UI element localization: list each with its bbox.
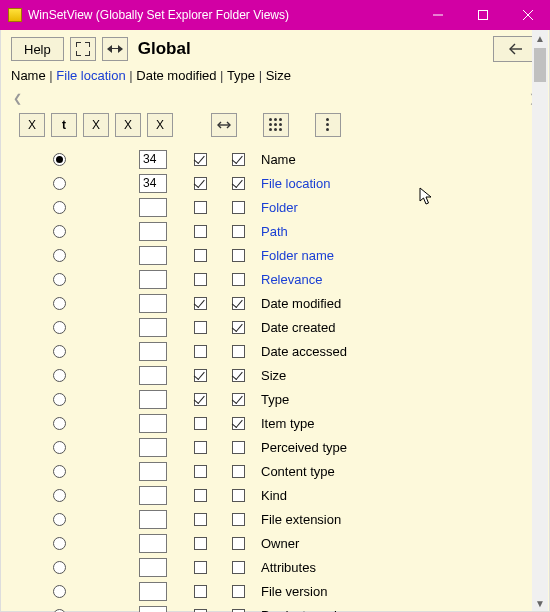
row-radio[interactable] bbox=[53, 249, 66, 262]
checkbox-col2[interactable] bbox=[232, 297, 245, 310]
row-radio[interactable] bbox=[53, 273, 66, 286]
checkbox-col1[interactable] bbox=[194, 369, 207, 382]
width-input[interactable] bbox=[139, 510, 167, 529]
row-radio[interactable] bbox=[53, 417, 66, 430]
row-radio[interactable] bbox=[53, 489, 66, 502]
breadcrumb-item[interactable]: File location bbox=[56, 68, 125, 83]
checkbox-col1[interactable] bbox=[194, 489, 207, 502]
maximize-button[interactable] bbox=[460, 0, 505, 30]
width-input[interactable] bbox=[139, 246, 167, 265]
width-input[interactable] bbox=[139, 438, 167, 457]
width-input[interactable] bbox=[139, 534, 167, 553]
checkbox-col2[interactable] bbox=[232, 585, 245, 598]
grid-button[interactable] bbox=[263, 113, 289, 137]
checkbox-col2[interactable] bbox=[232, 153, 245, 166]
titlebar[interactable]: WinSetView (Globally Set Explorer Folder… bbox=[0, 0, 550, 30]
checkbox-col1[interactable] bbox=[194, 585, 207, 598]
width-input[interactable] bbox=[139, 414, 167, 433]
checkbox-col2[interactable] bbox=[232, 489, 245, 502]
row-radio[interactable] bbox=[53, 561, 66, 574]
checkbox-col2[interactable] bbox=[232, 345, 245, 358]
checkbox-col1[interactable] bbox=[194, 609, 207, 613]
row-label[interactable]: Path bbox=[257, 224, 288, 239]
checkbox-col1[interactable] bbox=[194, 249, 207, 262]
row-radio[interactable] bbox=[53, 585, 66, 598]
width-input[interactable] bbox=[139, 390, 167, 409]
row-label[interactable]: Folder name bbox=[257, 248, 334, 263]
width-input[interactable] bbox=[139, 582, 167, 601]
scroll-up-icon[interactable]: ▲ bbox=[532, 30, 548, 46]
row-label[interactable]: Relevance bbox=[257, 272, 322, 287]
column-x-button[interactable]: X bbox=[115, 113, 141, 137]
checkbox-col2[interactable] bbox=[232, 321, 245, 334]
checkbox-col1[interactable] bbox=[194, 273, 207, 286]
checkbox-col1[interactable] bbox=[194, 513, 207, 526]
width-input[interactable] bbox=[139, 366, 167, 385]
column-x-button[interactable]: X bbox=[83, 113, 109, 137]
width-input[interactable] bbox=[139, 342, 167, 361]
width-input[interactable] bbox=[139, 318, 167, 337]
row-label[interactable]: File location bbox=[257, 176, 330, 191]
checkbox-col1[interactable] bbox=[194, 225, 207, 238]
checkbox-col2[interactable] bbox=[232, 465, 245, 478]
checkbox-col1[interactable] bbox=[194, 537, 207, 550]
column-x-button[interactable]: X bbox=[147, 113, 173, 137]
checkbox-col2[interactable] bbox=[232, 225, 245, 238]
checkbox-col2[interactable] bbox=[232, 513, 245, 526]
checkbox-col1[interactable] bbox=[194, 465, 207, 478]
row-radio[interactable] bbox=[53, 225, 66, 238]
checkbox-col2[interactable] bbox=[232, 441, 245, 454]
row-radio[interactable] bbox=[53, 465, 66, 478]
row-radio[interactable] bbox=[53, 609, 66, 613]
row-radio[interactable] bbox=[53, 537, 66, 550]
checkbox-col1[interactable] bbox=[194, 393, 207, 406]
checkbox-col1[interactable] bbox=[194, 561, 207, 574]
checkbox-col1[interactable] bbox=[194, 441, 207, 454]
row-radio[interactable] bbox=[53, 177, 66, 190]
row-radio[interactable] bbox=[53, 297, 66, 310]
width-input[interactable] bbox=[139, 558, 167, 577]
width-input[interactable] bbox=[139, 150, 167, 169]
checkbox-col2[interactable] bbox=[232, 177, 245, 190]
row-radio[interactable] bbox=[53, 153, 66, 166]
checkbox-col1[interactable] bbox=[194, 321, 207, 334]
close-button[interactable] bbox=[505, 0, 550, 30]
row-radio[interactable] bbox=[53, 441, 66, 454]
row-radio[interactable] bbox=[53, 369, 66, 382]
checkbox-col2[interactable] bbox=[232, 537, 245, 550]
help-button[interactable]: Help bbox=[11, 37, 64, 61]
width-input[interactable] bbox=[139, 462, 167, 481]
column-x-button[interactable]: t bbox=[51, 113, 77, 137]
row-radio[interactable] bbox=[53, 513, 66, 526]
checkbox-col2[interactable] bbox=[232, 273, 245, 286]
width-input[interactable] bbox=[139, 606, 167, 613]
width-button[interactable] bbox=[211, 113, 237, 137]
swap-button[interactable] bbox=[102, 37, 128, 61]
row-label[interactable]: Folder bbox=[257, 200, 298, 215]
checkbox-col1[interactable] bbox=[194, 297, 207, 310]
minimize-button[interactable] bbox=[415, 0, 460, 30]
checkbox-col2[interactable] bbox=[232, 561, 245, 574]
fullscreen-button[interactable] bbox=[70, 37, 96, 61]
checkbox-col1[interactable] bbox=[194, 153, 207, 166]
width-input[interactable] bbox=[139, 270, 167, 289]
row-radio[interactable] bbox=[53, 321, 66, 334]
checkbox-col2[interactable] bbox=[232, 201, 245, 214]
checkbox-col1[interactable] bbox=[194, 417, 207, 430]
width-input[interactable] bbox=[139, 486, 167, 505]
row-radio[interactable] bbox=[53, 201, 66, 214]
column-x-button[interactable]: X bbox=[19, 113, 45, 137]
checkbox-col2[interactable] bbox=[232, 393, 245, 406]
checkbox-col2[interactable] bbox=[232, 249, 245, 262]
width-input[interactable] bbox=[139, 174, 167, 193]
vertical-scrollbar[interactable]: ▲ ▼ bbox=[532, 30, 548, 611]
width-input[interactable] bbox=[139, 222, 167, 241]
row-radio[interactable] bbox=[53, 393, 66, 406]
checkbox-col1[interactable] bbox=[194, 177, 207, 190]
checkbox-col2[interactable] bbox=[232, 417, 245, 430]
row-radio[interactable] bbox=[53, 345, 66, 358]
scroll-down-icon[interactable]: ▼ bbox=[532, 595, 548, 611]
checkbox-col2[interactable] bbox=[232, 369, 245, 382]
checkbox-col2[interactable] bbox=[232, 609, 245, 613]
width-input[interactable] bbox=[139, 294, 167, 313]
